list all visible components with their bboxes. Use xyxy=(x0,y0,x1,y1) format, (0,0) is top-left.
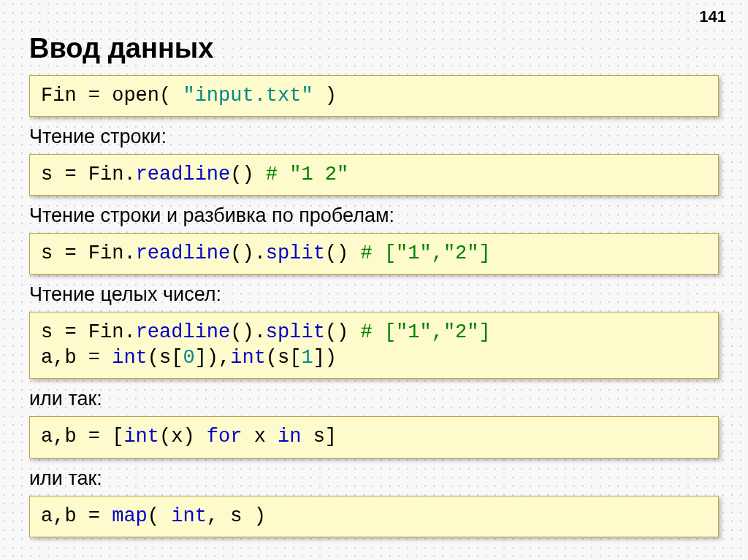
code-line: a,b = int(s[0]),int(s[1]) xyxy=(41,345,707,371)
code-token: "input.txt" xyxy=(183,85,313,107)
code-block-open: Fin = open( "input.txt" ) xyxy=(29,75,719,117)
code-token: s xyxy=(41,321,53,343)
code-token: Fin xyxy=(88,321,124,343)
code-token: a,b = xyxy=(41,505,112,527)
code-block-listcomp: a,b = [int(x) for x in s] xyxy=(29,416,719,458)
code-block-ints: s = Fin.readline().split() # ["1","2"] a… xyxy=(29,312,719,379)
code-token: () xyxy=(325,242,361,264)
code-token: Fin xyxy=(88,164,124,185)
code-token: . xyxy=(123,164,135,185)
code-token: (). xyxy=(230,321,266,343)
code-token: () xyxy=(325,321,361,343)
label-or-2: или так: xyxy=(29,467,719,490)
code-block-readline: s = Fin.readline() # "1 2" xyxy=(29,154,719,196)
code-token: split xyxy=(266,242,325,264)
code-comment: # ["1","2"] xyxy=(360,321,490,343)
code-token: readline xyxy=(136,321,231,343)
code-token: split xyxy=(266,321,325,343)
code-token: , s ) xyxy=(207,505,266,527)
code-token: s xyxy=(41,164,53,185)
label-read-ints: Чтение целых чисел: xyxy=(29,283,719,306)
code-line: s = Fin.readline().split() # ["1","2"] xyxy=(41,320,707,345)
code-token: (s[ xyxy=(148,347,183,369)
code-token: s] xyxy=(301,426,337,448)
code-token: x xyxy=(242,426,278,448)
code-token: in xyxy=(278,426,301,448)
code-token: ]), xyxy=(195,347,231,369)
label-or-1: или так: xyxy=(29,388,719,410)
code-token: for xyxy=(207,426,243,448)
code-token: = xyxy=(77,347,112,369)
code-token: 0 xyxy=(183,347,194,369)
code-comment: # ["1","2"] xyxy=(360,242,490,264)
label-read-line: Чтение строки: xyxy=(29,126,719,148)
code-token: int xyxy=(123,426,159,448)
code-token: = xyxy=(88,85,100,107)
code-token: readline xyxy=(136,242,231,264)
code-token: ( xyxy=(148,505,171,527)
code-token: (s[ xyxy=(266,347,302,369)
code-token: ) xyxy=(313,85,337,107)
code-token: ]) xyxy=(313,347,337,369)
code-token: = xyxy=(53,321,88,343)
code-token: = xyxy=(53,164,88,185)
code-token: a,b xyxy=(41,347,77,369)
code-token: Fin xyxy=(88,242,124,264)
code-token: int xyxy=(171,505,207,527)
code-token: (x) xyxy=(159,426,207,448)
code-token: map xyxy=(112,505,148,527)
slide-title: Ввод данных xyxy=(29,33,719,64)
code-token: . xyxy=(123,321,135,343)
label-read-split: Чтение строки и разбивка по пробелам: xyxy=(29,204,719,227)
code-block-map: a,b = map( int, s ) xyxy=(29,496,719,537)
code-token: open xyxy=(100,85,159,107)
code-token: Fin xyxy=(41,85,88,107)
code-token: s xyxy=(41,242,53,264)
code-token: a,b = [ xyxy=(41,426,123,448)
code-block-split: s = Fin.readline().split() # ["1","2"] xyxy=(29,233,719,275)
code-token: readline xyxy=(136,164,231,185)
code-token: () xyxy=(230,164,266,185)
code-token: = xyxy=(53,242,88,264)
code-token: int xyxy=(230,347,266,369)
code-token: . xyxy=(123,242,135,264)
code-token: int xyxy=(112,347,148,369)
code-token: ( xyxy=(159,85,183,107)
code-comment: # "1 2" xyxy=(266,164,348,185)
code-token: (). xyxy=(230,242,266,264)
page-number: 141 xyxy=(699,7,726,26)
code-token: 1 xyxy=(301,347,313,369)
